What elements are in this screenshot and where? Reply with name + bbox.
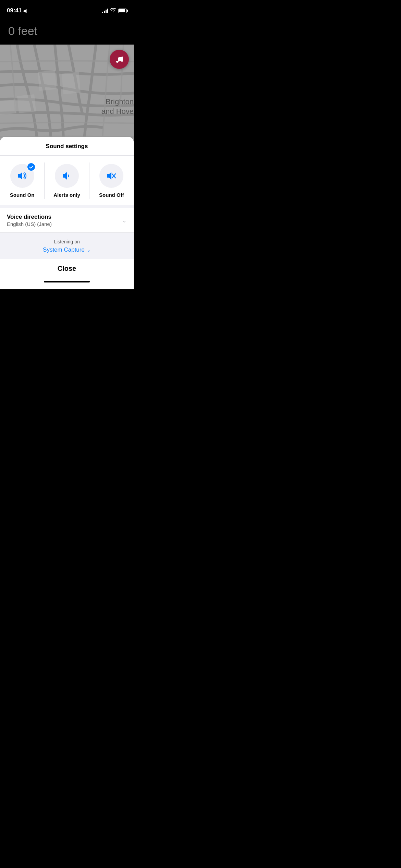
sound-off-icon — [105, 170, 118, 182]
sound-off-option[interactable]: Sound Off — [89, 162, 134, 199]
music-app-button[interactable] — [110, 50, 129, 69]
system-capture-text: System Capture — [43, 246, 85, 253]
sheet-header: Sound settings — [0, 137, 134, 155]
home-bar — [44, 281, 90, 282]
music-note-icon — [114, 54, 124, 64]
distance-bar: 0 feet — [0, 17, 134, 45]
alerts-only-label: Alerts only — [53, 192, 80, 198]
svg-marker-3 — [17, 94, 36, 113]
voice-directions-title: Voice directions — [7, 214, 52, 220]
sheet-title: Sound settings — [46, 143, 88, 149]
bottom-sheet: Sound settings Sound On — [0, 137, 134, 289]
sound-on-option[interactable]: Sound On — [0, 162, 45, 199]
signal-bar-4 — [107, 9, 108, 13]
listening-label: Listening on — [0, 239, 134, 244]
status-bar: 09:41 ◀ — [0, 0, 134, 17]
section-gap-1 — [0, 205, 134, 208]
alerts-only-icon — [61, 170, 73, 182]
location-arrow-icon: ◀ — [23, 8, 26, 13]
voice-directions-row[interactable]: Voice directions English (US) (Jane) ⌄ — [0, 208, 134, 232]
system-capture-chevron-icon: ⌄ — [87, 247, 91, 253]
time-display: 09:41 — [7, 7, 22, 14]
battery-fill — [119, 9, 125, 12]
svg-marker-1 — [38, 70, 57, 91]
sound-off-label: Sound Off — [99, 192, 124, 198]
system-capture-row[interactable]: System Capture ⌄ — [0, 246, 134, 253]
selected-checkmark — [27, 162, 36, 171]
sound-on-icon — [16, 170, 28, 182]
map-area: 0 feet — [0, 0, 134, 144]
sound-on-icon-circle — [10, 164, 34, 188]
signal-bar-1 — [102, 12, 103, 13]
chevron-down-icon: ⌄ — [122, 217, 127, 224]
svg-point-6 — [121, 60, 123, 62]
signal-bar-3 — [106, 10, 107, 13]
sound-off-icon-circle — [99, 164, 123, 188]
svg-marker-4 — [0, 99, 16, 115]
voice-text-block: Voice directions English (US) (Jane) — [7, 214, 52, 227]
close-button[interactable]: Close — [0, 265, 134, 273]
alerts-only-option[interactable]: Alerts only — [45, 162, 89, 199]
brighton-label: Brightonand Hove — [101, 97, 134, 117]
wifi-icon — [110, 8, 116, 13]
sound-options-row: Sound On Alerts only Sound Off — [0, 156, 134, 205]
alerts-only-icon-circle — [55, 164, 79, 188]
listening-section: Listening on System Capture ⌄ — [0, 232, 134, 259]
distance-display: 0 feet — [8, 24, 37, 38]
close-button-container: Close — [0, 259, 134, 278]
battery-icon — [118, 9, 127, 13]
signal-icon — [102, 8, 108, 13]
svg-marker-2 — [62, 72, 81, 94]
voice-directions-subtitle: English (US) (Jane) — [7, 221, 52, 227]
sound-on-label: Sound On — [10, 192, 35, 198]
status-time: 09:41 ◀ — [7, 7, 26, 14]
home-indicator — [0, 278, 134, 289]
svg-point-5 — [116, 61, 118, 63]
status-right-icons — [102, 8, 127, 13]
signal-bar-2 — [104, 11, 105, 13]
